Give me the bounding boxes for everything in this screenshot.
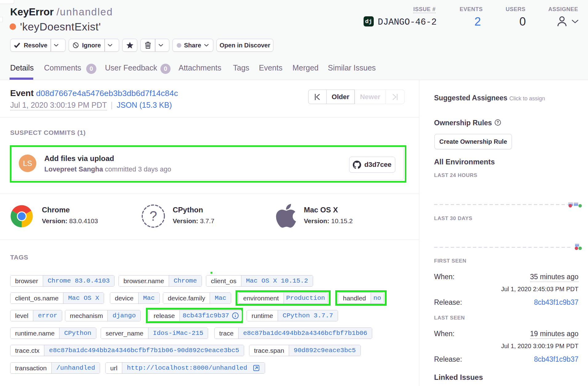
svg-text:?: ? [497,120,499,125]
